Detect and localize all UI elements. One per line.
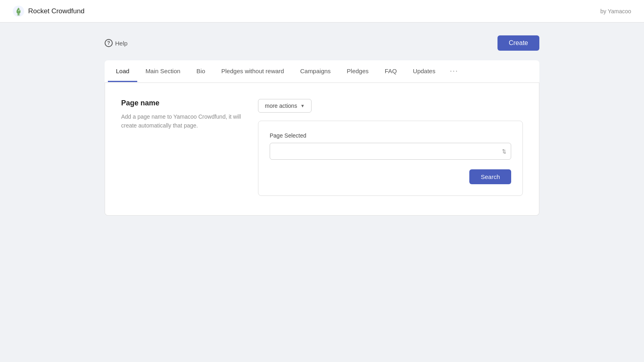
search-card: Page Selected ⇅ Search — [258, 121, 523, 196]
help-link[interactable]: ? Help — [105, 39, 128, 47]
create-button[interactable]: Create — [497, 35, 539, 51]
page-select-wrapper: ⇅ — [270, 143, 511, 160]
page-select[interactable] — [270, 143, 511, 160]
help-icon: ? — [105, 39, 113, 47]
brand-icon — [13, 6, 24, 17]
chevron-down-icon: ▼ — [300, 103, 305, 108]
left-panel: Page name Add a page name to Yamacoo Cro… — [121, 99, 242, 196]
tab-load[interactable]: Load — [108, 61, 137, 82]
tab-faq[interactable]: FAQ — [377, 61, 405, 82]
search-button[interactable]: Search — [469, 169, 511, 184]
help-label: Help — [115, 40, 128, 47]
tab-more[interactable]: ··· — [444, 60, 465, 83]
tab-main-section[interactable]: Main Section — [137, 61, 188, 82]
main-card: Page name Add a page name to Yamacoo Cro… — [105, 83, 539, 216]
search-row: Search — [270, 169, 511, 184]
more-actions-button[interactable]: more actions ▼ — [258, 99, 312, 113]
tab-bio[interactable]: Bio — [188, 61, 213, 82]
right-panel: more actions ▼ Page Selected ⇅ Search — [258, 99, 523, 196]
more-actions-label: more actions — [265, 103, 297, 109]
tabs-bar: Load Main Section Bio Pledges without re… — [105, 60, 539, 83]
tab-campaigns[interactable]: Campaigns — [292, 61, 339, 82]
page-name-description: Add a page name to Yamacoo Crowdfund, it… — [121, 112, 242, 130]
tab-pledges[interactable]: Pledges — [339, 61, 377, 82]
page-name-title: Page name — [121, 99, 242, 107]
by-label: by Yamacoo — [600, 8, 631, 14]
brand: Rocket Crowdfund — [13, 6, 85, 17]
brand-name: Rocket Crowdfund — [28, 7, 85, 15]
tab-pledges-without-reward[interactable]: Pledges without reward — [213, 61, 292, 82]
page-selected-label: Page Selected — [270, 132, 511, 139]
tab-updates[interactable]: Updates — [405, 61, 444, 82]
